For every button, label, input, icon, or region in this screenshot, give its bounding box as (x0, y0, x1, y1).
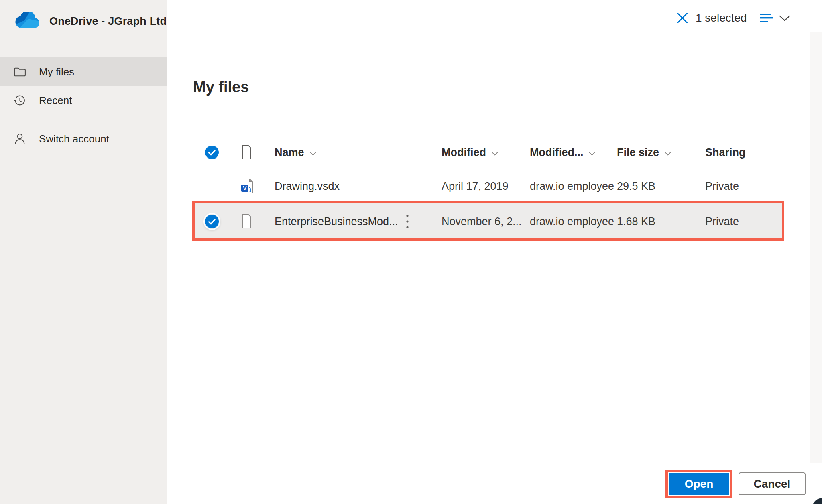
file-modified-by: draw.io employee (530, 180, 614, 192)
corner-cursor-blob (812, 498, 822, 504)
sidebar: OneDrive - JGraph Ltd My files Recent (0, 0, 167, 504)
more-actions-icon[interactable] (405, 213, 410, 230)
row-checkbox-checked[interactable] (205, 214, 219, 229)
sidebar-item-recent[interactable]: Recent (0, 86, 167, 114)
column-header-modified[interactable]: Modified (442, 146, 499, 159)
column-header-name[interactable]: Name (275, 146, 317, 159)
person-icon (13, 132, 26, 145)
account-title: OneDrive - JGraph Ltd (49, 15, 167, 28)
sidebar-item-label: My files (39, 65, 74, 78)
file-modified-by: draw.io employee (530, 215, 614, 228)
sidebar-item-switch-account[interactable]: Switch account (0, 124, 167, 153)
file-name[interactable]: Drawing.vsdx (275, 180, 340, 192)
cancel-button[interactable]: Cancel (739, 472, 806, 495)
column-header-modified-by[interactable]: Modified... (530, 146, 596, 159)
scrollbar[interactable] (810, 32, 822, 463)
onedrive-logo-icon (15, 12, 41, 30)
sidebar-item-label: Recent (39, 94, 72, 106)
file-size: 1.68 KB (617, 215, 655, 228)
select-all-checkbox[interactable] (205, 145, 219, 160)
file-name[interactable]: EnterpriseBusinessMod... (275, 215, 398, 228)
visio-file-icon: V (241, 178, 254, 194)
table-header-row: Name Modified Modified... File size Shar… (193, 136, 784, 169)
selection-count: 1 selected (696, 11, 747, 25)
file-modified: April 17, 2019 (442, 180, 509, 192)
file-modified: November 6, 2... (442, 215, 522, 228)
column-header-sharing[interactable]: Sharing (705, 146, 746, 159)
table-row-drawing-vsdx[interactable]: V Drawing.vsdx April 17, 2019 draw.io em… (193, 169, 784, 203)
file-size: 29.5 KB (617, 180, 655, 192)
file-sharing: Private (705, 215, 739, 228)
clear-selection-icon[interactable] (676, 11, 689, 25)
page-title: My files (193, 79, 249, 96)
sidebar-item-my-files[interactable]: My files (0, 57, 167, 86)
sort-lines-icon[interactable] (759, 13, 775, 24)
table-row-enterprise-business-model[interactable]: EnterpriseBusinessMod... November 6, 2..… (193, 203, 784, 240)
svg-text:V: V (243, 185, 247, 191)
chevron-down-icon[interactable] (778, 13, 791, 24)
open-button[interactable]: Open (669, 473, 729, 495)
column-header-file-size[interactable]: File size (617, 146, 672, 159)
file-sharing: Private (705, 180, 739, 192)
brand: OneDrive - JGraph Ltd (15, 12, 167, 30)
folder-icon (13, 65, 26, 78)
file-type-column-icon (241, 144, 254, 161)
history-icon (13, 93, 26, 107)
sidebar-item-label: Switch account (39, 132, 109, 145)
onedrive-file-picker: OneDrive - JGraph Ltd My files Recent (0, 0, 822, 504)
generic-file-icon (241, 213, 254, 230)
